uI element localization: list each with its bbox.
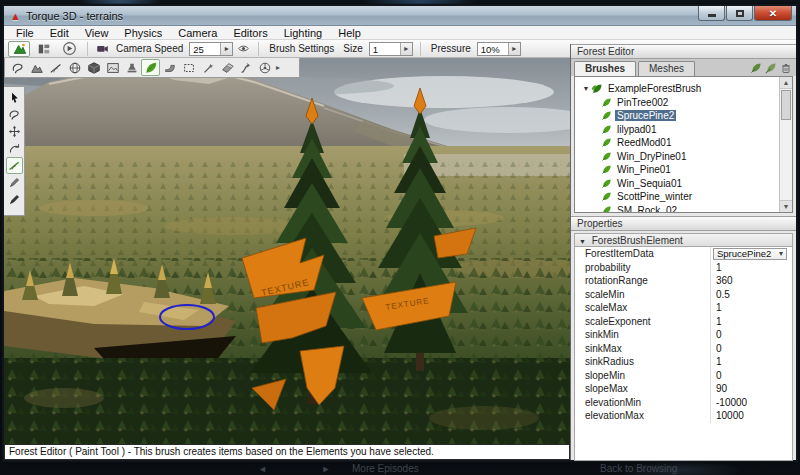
brush-settings-label: Brush Settings <box>269 43 334 54</box>
tree-item[interactable]: Win_Sequia01 <box>575 177 792 191</box>
menu-item-edit[interactable]: Edit <box>42 26 77 40</box>
property-row: probability1 <box>575 261 792 275</box>
background-player-arrows: ◄ ► <box>258 464 356 474</box>
maximize-button[interactable] <box>726 6 753 21</box>
property-row: scaleMin0.5 <box>575 288 792 302</box>
pressure-spinner[interactable]: 10% ▸ <box>477 42 521 56</box>
viewport-3d[interactable]: TEXTURE TEXTURE ▸ <box>4 58 570 444</box>
marquee-tool-icon[interactable] <box>179 59 198 76</box>
brush-tree-list[interactable]: ▼ ExampleForestBrush PinTree002 SprucePi… <box>574 76 793 213</box>
property-row: elevationMin-10000 <box>575 396 792 410</box>
menu-item-help[interactable]: Help <box>330 26 369 40</box>
scoop-tool-icon[interactable] <box>160 59 179 76</box>
palette-overflow-icon[interactable]: ▸ <box>276 63 280 72</box>
chevron-down-icon: ▾ <box>779 249 783 258</box>
tab-brushes[interactable]: Brushes <box>574 61 636 76</box>
world-editor-button[interactable] <box>8 41 30 57</box>
property-row: scaleExponent1 <box>575 315 792 329</box>
lasso-tool-icon[interactable] <box>8 59 27 76</box>
new-element-icon[interactable] <box>750 62 762 74</box>
tree-item[interactable]: ScottPine_winter <box>575 190 792 204</box>
tree-item[interactable]: PinTree002 <box>575 96 792 110</box>
minimize-button[interactable] <box>698 6 725 21</box>
brush-tool-icon[interactable] <box>6 174 23 191</box>
play-button[interactable] <box>58 41 80 57</box>
size-value[interactable]: 1 <box>370 43 400 55</box>
tree-root-label[interactable]: ExampleForestBrush <box>606 83 703 94</box>
visibility-eye-icon[interactable] <box>236 42 251 55</box>
menu-item-lighting[interactable]: Lighting <box>276 26 331 40</box>
leaf-icon <box>601 110 612 121</box>
tree-item[interactable]: ReedMod01 <box>575 136 792 150</box>
delete-icon[interactable] <box>780 62 792 74</box>
menu-item-view[interactable]: View <box>77 26 117 40</box>
pressure-stepper[interactable]: ▸ <box>508 43 520 55</box>
mountain-tool-icon[interactable] <box>27 59 46 76</box>
property-row: sinkMax0 <box>575 342 792 356</box>
menu-item-editors[interactable]: Editors <box>225 26 275 40</box>
scrollbar-thumb[interactable] <box>781 90 791 120</box>
move-tool-icon[interactable] <box>6 123 23 140</box>
size-stepper[interactable]: ▸ <box>400 43 412 55</box>
texture-tool-icon[interactable] <box>103 59 122 76</box>
camera-icon <box>95 42 110 55</box>
property-group-header[interactable]: ▼ ForestBrushElement <box>574 233 793 247</box>
title-bar[interactable]: ▲ Torque 3D - terrains ✕ <box>4 6 796 26</box>
wand-tool-icon[interactable] <box>198 59 217 76</box>
rotate-tool-icon[interactable] <box>6 140 23 157</box>
collapse-arrow-icon[interactable]: ▼ <box>579 238 586 245</box>
scroll-up-icon[interactable]: ▲ <box>780 77 792 89</box>
tree-root-row[interactable]: ▼ ExampleForestBrush <box>575 82 792 96</box>
properties-table: ForestItemData SprucePine2 ▾ probability… <box>574 247 793 461</box>
wheel-tool-icon[interactable] <box>255 59 274 76</box>
background-more-episodes: More Episodes <box>352 463 419 474</box>
tree-list-scrollbar[interactable]: ▲ ▼ <box>779 77 792 212</box>
eraser-tool-icon[interactable] <box>217 59 236 76</box>
tree-item-selected[interactable]: SprucePine2 <box>575 109 792 123</box>
collapse-arrow-icon[interactable]: ▼ <box>581 85 591 92</box>
select-tool-icon[interactable] <box>6 89 23 106</box>
stamp-tool-icon[interactable] <box>122 59 141 76</box>
cube-tool-icon[interactable] <box>84 59 103 76</box>
curve-tool-icon[interactable] <box>236 59 255 76</box>
forest-editor-panel: Forest Editor Brushes Meshes ▼ ExampleFo… <box>570 44 796 460</box>
menu-item-camera[interactable]: Camera <box>170 26 225 40</box>
status-bar: Forest Editor ( Paint Tool ) - This brus… <box>4 444 570 460</box>
status-text: Forest Editor ( Paint Tool ) - This brus… <box>9 446 434 457</box>
property-row: rotationRange360 <box>575 274 792 288</box>
camera-speed-value[interactable]: 25 <box>190 43 220 55</box>
close-button[interactable]: ✕ <box>754 6 792 21</box>
pressure-value[interactable]: 10% <box>478 43 508 55</box>
scroll-down-icon[interactable]: ▼ <box>780 200 792 212</box>
gui-editor-button[interactable] <box>33 41 55 57</box>
new-brush-icon[interactable] <box>765 62 777 74</box>
forest-tool-palette: ▸ <box>4 58 300 78</box>
camera-speed-stepper[interactable]: ▸ <box>220 43 232 55</box>
forest-item-data-dropdown[interactable]: SprucePine2 ▾ <box>713 248 787 260</box>
background-back-to-browsing: Back to Browsing <box>600 463 677 474</box>
paint-tool-icon[interactable] <box>6 157 23 174</box>
lasso-select-tool-icon[interactable] <box>6 106 23 123</box>
tab-meshes[interactable]: Meshes <box>638 61 695 76</box>
tree-item[interactable]: Win_Pine01 <box>575 163 792 177</box>
menu-item-physics[interactable]: Physics <box>116 26 170 40</box>
tree-item[interactable]: SM_Rock_02 <box>575 204 792 214</box>
property-row: elevationMax10000 <box>575 409 792 423</box>
menu-item-file[interactable]: File <box>8 26 42 40</box>
leaf-icon <box>601 205 612 213</box>
camera-speed-spinner[interactable]: 25 ▸ <box>189 42 233 56</box>
terrain-mountain-icon <box>12 42 27 56</box>
slope-tool-icon[interactable] <box>46 59 65 76</box>
globe-tool-icon[interactable] <box>65 59 84 76</box>
forest-brush-tool-icon[interactable] <box>141 59 160 76</box>
property-row: slopeMin0 <box>575 369 792 383</box>
erase-tool-icon[interactable] <box>6 191 23 208</box>
size-spinner[interactable]: 1 ▸ <box>369 42 413 56</box>
torque3d-window: ▲ Torque 3D - terrains ✕ File Edit View … <box>2 4 798 462</box>
leaf-icon <box>601 137 612 148</box>
tree-item[interactable]: Win_DryPine01 <box>575 150 792 164</box>
property-row: sinkMin0 <box>575 328 792 342</box>
camera-speed-label: Camera Speed <box>116 43 183 54</box>
property-row: sinkRadius1 <box>575 355 792 369</box>
tree-item[interactable]: lilypad01 <box>575 123 792 137</box>
